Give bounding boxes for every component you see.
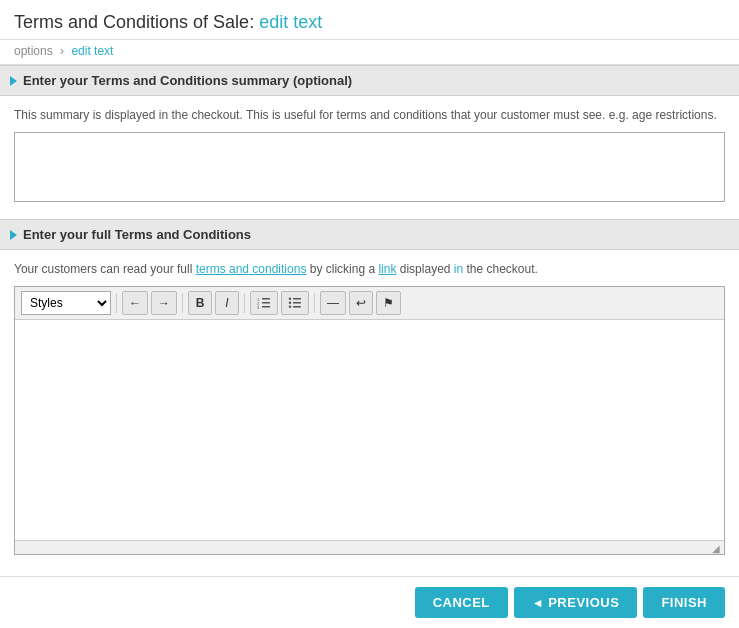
svg-rect-7	[293, 302, 301, 304]
main-content: Enter your Terms and Conditions summary …	[0, 65, 739, 576]
rich-text-editor: Styles ← → B I 1	[14, 286, 725, 555]
page-header: Terms and Conditions of Sale: edit text	[0, 0, 739, 40]
undo-button[interactable]: ←	[122, 291, 148, 315]
full-terms-section-body: Your customers can read your full terms …	[0, 250, 739, 569]
resize-handle: ◢	[712, 543, 722, 553]
svg-rect-8	[293, 306, 301, 308]
editor-footer: ◢	[15, 540, 724, 554]
svg-point-10	[289, 302, 291, 304]
ordered-list-button[interactable]: 1 2 3	[250, 291, 278, 315]
svg-rect-1	[262, 302, 270, 304]
svg-point-9	[289, 298, 291, 300]
unordered-list-button[interactable]	[281, 291, 309, 315]
edit-text-link[interactable]: edit text	[259, 12, 322, 32]
editor-toolbar: Styles ← → B I 1	[15, 287, 724, 320]
toolbar-separator-2	[182, 293, 183, 313]
summary-section-body: This summary is displayed in the checkou…	[0, 96, 739, 219]
page-title-static: Terms and Conditions of Sale:	[14, 12, 254, 32]
full-terms-description: Your customers can read your full terms …	[14, 260, 725, 278]
link-button[interactable]: —	[320, 291, 346, 315]
summary-section-title: Enter your Terms and Conditions summary …	[23, 73, 352, 88]
bold-button[interactable]: B	[188, 291, 212, 315]
previous-label: PREVIOUS	[548, 595, 619, 610]
previous-arrow: ◄	[532, 596, 544, 610]
svg-text:3: 3	[257, 305, 260, 310]
full-terms-section: Enter your full Terms and Conditions You…	[0, 219, 739, 569]
summary-textarea[interactable]	[14, 132, 725, 202]
svg-rect-6	[293, 298, 301, 300]
previous-button[interactable]: ◄ PREVIOUS	[514, 587, 638, 618]
summary-section-arrow	[10, 76, 17, 86]
breadcrumb-options-link[interactable]: options	[14, 44, 53, 58]
styles-dropdown[interactable]: Styles	[21, 291, 111, 315]
full-terms-section-title: Enter your full Terms and Conditions	[23, 227, 251, 242]
redo-button[interactable]: →	[151, 291, 177, 315]
flag-button[interactable]: ⚑	[376, 291, 401, 315]
svg-rect-2	[262, 306, 270, 308]
link-link[interactable]: link	[378, 262, 396, 276]
breadcrumb-separator: ›	[60, 44, 64, 58]
svg-rect-0	[262, 298, 270, 300]
page-footer: CANCEL ◄ PREVIOUS FINISH	[0, 576, 739, 628]
terms-conditions-link[interactable]: terms and conditions	[196, 262, 307, 276]
editor-body[interactable]	[15, 320, 724, 540]
page-title: Terms and Conditions of Sale: edit text	[14, 12, 725, 33]
breadcrumb-current: edit text	[71, 44, 113, 58]
breadcrumb: options › edit text	[0, 40, 739, 65]
svg-point-11	[289, 306, 291, 308]
summary-description: This summary is displayed in the checkou…	[14, 106, 725, 124]
cancel-button[interactable]: CANCEL	[415, 587, 508, 618]
full-terms-section-header: Enter your full Terms and Conditions	[0, 219, 739, 250]
italic-button[interactable]: I	[215, 291, 239, 315]
finish-button[interactable]: FINISH	[643, 587, 725, 618]
summary-section-header: Enter your Terms and Conditions summary …	[0, 65, 739, 96]
toolbar-separator-4	[314, 293, 315, 313]
summary-section: Enter your Terms and Conditions summary …	[0, 65, 739, 219]
full-terms-section-arrow	[10, 230, 17, 240]
unlink-button[interactable]: ↩	[349, 291, 373, 315]
toolbar-separator-3	[244, 293, 245, 313]
toolbar-separator-1	[116, 293, 117, 313]
